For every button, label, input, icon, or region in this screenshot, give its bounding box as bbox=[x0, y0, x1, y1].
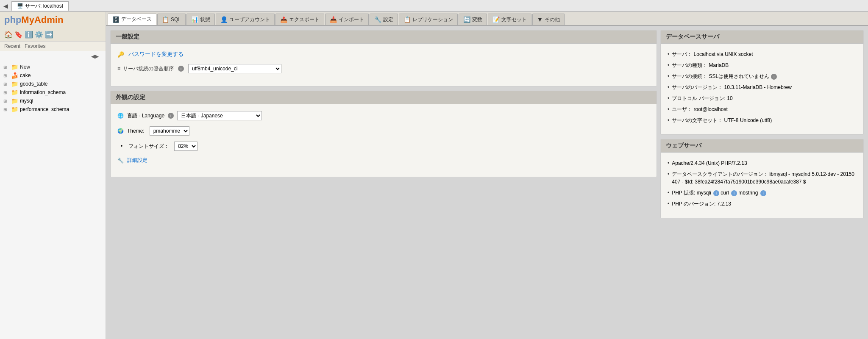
db-server-label-6: サーバの文字セット： UTF-8 Unicode (utf8) bbox=[672, 117, 772, 124]
bullet-0: • bbox=[668, 50, 669, 58]
databases-tab-label: データベース bbox=[121, 16, 152, 23]
home-icon[interactable]: 🏠 bbox=[4, 31, 13, 39]
logo: phpMyAdmin bbox=[4, 14, 63, 25]
left-panels: 一般設定 🔑 パスワードを変更する ≡ サーバ接続の照合順序 bbox=[110, 30, 657, 335]
collation-select[interactable]: utf8mb4_unicode_ci bbox=[188, 64, 281, 73]
detail-settings-link[interactable]: 詳細設定 bbox=[127, 157, 147, 164]
web-server-item-0: • Apache/2.4.34 (Unix) PHP/7.2.13 bbox=[668, 159, 857, 167]
exit-icon[interactable]: ➡️ bbox=[45, 31, 53, 39]
general-settings-header: 一般設定 bbox=[111, 31, 657, 44]
web-server-value-0: Apache/2.4.34 (Unix) PHP/7.2.13 bbox=[672, 159, 747, 167]
tab-user-accounts[interactable]: 👤 ユーザアカウント bbox=[216, 14, 275, 25]
user-accounts-tab-label: ユーザアカウント bbox=[229, 16, 270, 23]
db-icon-goods: 📁 bbox=[11, 81, 18, 87]
sidebar-item-goods-table[interactable]: ⊞ 📁 goods_table bbox=[0, 80, 106, 88]
variables-tab-icon: 🔄 bbox=[463, 16, 470, 23]
db-server-label-1: サーバの種類： MariaDB bbox=[672, 61, 729, 69]
sidebar-item-cake[interactable]: ⊞ 🍰 cake bbox=[0, 71, 106, 80]
fontsize-label: フォントサイズ： bbox=[128, 143, 169, 150]
sidebar-header: phpMyAdmin bbox=[0, 12, 106, 28]
sidebar-item-mysql[interactable]: ⊞ 📁 mysql bbox=[0, 97, 106, 105]
collation-icon: ≡ bbox=[117, 66, 120, 72]
sidebar-item-label-cake: cake bbox=[20, 72, 31, 78]
sidebar-icons: 🏠 🔖 ℹ️ ⚙️ ➡️ bbox=[0, 28, 106, 42]
mbstring-info-icon[interactable]: i bbox=[760, 190, 766, 196]
mysqli-info-icon[interactable]: i bbox=[713, 190, 719, 196]
theme-label: Theme: bbox=[127, 128, 145, 134]
tab-databases[interactable]: 🗄️ データベース bbox=[108, 14, 156, 25]
curl-info-icon[interactable]: i bbox=[731, 190, 737, 196]
tab-variables[interactable]: 🔄 変数 bbox=[459, 14, 487, 25]
expand-icon-perf-schema: ⊞ bbox=[3, 107, 9, 112]
db-server-item-2: • サーバの接続： SSLは使用されていませんi bbox=[668, 72, 857, 80]
db-icon-new: 📁 bbox=[11, 64, 18, 70]
web-server-item-1: • データベースクライアントのバージョン：libmysql - mysqlnd … bbox=[668, 170, 857, 186]
language-icon: 🌐 bbox=[117, 113, 124, 119]
language-select[interactable]: 日本語 - Japanese bbox=[177, 111, 262, 120]
db-server-title: データベースサーバ bbox=[666, 33, 719, 40]
tab-export[interactable]: 📤 エクスポート bbox=[275, 14, 324, 25]
appearance-settings-title: 外観の設定 bbox=[116, 94, 145, 100]
content-body: 一般設定 🔑 パスワードを変更する ≡ サーバ接続の照合順序 bbox=[106, 26, 868, 339]
theme-row: 🌍 Theme: pmahomme bbox=[117, 126, 650, 136]
bullet-3: • bbox=[668, 83, 669, 91]
db-server-body: • サーバ： Localhost via UNIX socket • サーバの種… bbox=[661, 44, 863, 134]
web-bullet-2: • bbox=[668, 189, 669, 197]
collation-info-icon[interactable]: i bbox=[178, 66, 184, 72]
tab-import[interactable]: 📥 インポート bbox=[325, 14, 369, 25]
recent-link[interactable]: Recent bbox=[4, 43, 20, 49]
sidebar-item-label-mysql: mysql bbox=[20, 98, 33, 104]
theme-select[interactable]: pmahomme bbox=[150, 126, 189, 136]
tab-charset[interactable]: 📝 文字セット bbox=[488, 14, 531, 25]
more-tab-icon: ▼ bbox=[537, 16, 543, 23]
ssl-info-icon[interactable]: i bbox=[771, 74, 777, 80]
sidebar-item-new[interactable]: ⊞ 📁 New bbox=[0, 63, 106, 71]
server-tab[interactable]: 🖥️ サーバ: localhost bbox=[11, 1, 69, 11]
theme-icon: 🌍 bbox=[117, 128, 124, 134]
sql-tab-icon: 📋 bbox=[162, 16, 169, 23]
tab-replication[interactable]: 📋 レプリケーション bbox=[399, 14, 458, 25]
db-server-item-3: • サーバのバージョン： 10.3.11-MariaDB - Homebrew bbox=[668, 83, 857, 91]
general-settings-body: 🔑 パスワードを変更する ≡ サーバ接続の照合順序 i utf8mb4_uni bbox=[111, 44, 657, 86]
web-server-value-1: データベースクライアントのバージョン：libmysql - mysqlnd 5.… bbox=[672, 170, 857, 186]
db-server-label-4: プロトコル バージョン: 10 bbox=[672, 94, 732, 102]
web-server-value-3: PHP のバージョン: 7.2.13 bbox=[672, 200, 731, 208]
collapse-button[interactable]: ◀▶ bbox=[88, 52, 102, 61]
general-settings-panel: 一般設定 🔑 パスワードを変更する ≡ サーバ接続の照合順序 bbox=[110, 30, 657, 86]
sql-tab-label: SQL bbox=[171, 17, 181, 22]
bookmarks-icon[interactable]: 🔖 bbox=[14, 31, 23, 39]
tab-settings[interactable]: 🔧 設定 bbox=[370, 14, 398, 25]
sidebar-item-information-schema[interactable]: ⊞ 📁 information_schema bbox=[0, 88, 106, 97]
tab-status[interactable]: 📊 状態 bbox=[186, 14, 215, 25]
db-icon-mysql: 📁 bbox=[11, 97, 18, 104]
sidebar-item-label-goods: goods_table bbox=[20, 81, 47, 87]
db-server-item-4: • プロトコル バージョン: 10 bbox=[668, 94, 857, 102]
user-accounts-tab-icon: 👤 bbox=[220, 16, 228, 23]
sidebar-item-performance-schema[interactable]: ⊞ 📁 performance_schema bbox=[0, 105, 106, 114]
info-icon[interactable]: ℹ️ bbox=[25, 31, 33, 39]
web-bullet-0: • bbox=[668, 159, 669, 167]
collation-row: ≡ サーバ接続の照合順序 i utf8mb4_unicode_ci bbox=[117, 64, 650, 73]
web-server-header: ウェブサーバ bbox=[661, 139, 863, 153]
db-server-label-5: ユーザ： root@localhost bbox=[672, 106, 728, 113]
settings-icon[interactable]: ⚙️ bbox=[35, 31, 43, 39]
favorites-link[interactable]: Favorites bbox=[25, 43, 45, 49]
fontsize-row: • フォントサイズ： 82% bbox=[117, 142, 650, 151]
tab-more[interactable]: ▼ その他 bbox=[532, 14, 565, 25]
appearance-settings-panel: 外観の設定 🌐 言語 - Language i 日本語 - Japanese bbox=[110, 91, 657, 177]
import-tab-label: インポート bbox=[339, 16, 364, 23]
server-tab-icon: 🖥️ bbox=[17, 3, 23, 9]
back-button[interactable]: ◀ bbox=[3, 3, 8, 9]
charset-tab-icon: 📝 bbox=[492, 16, 500, 23]
more-tab-label: その他 bbox=[545, 16, 560, 23]
fontsize-select[interactable]: 82% bbox=[174, 142, 198, 151]
web-bullet-1: • bbox=[668, 170, 669, 178]
logo-php: php bbox=[4, 14, 21, 25]
tab-sql[interactable]: 📋 SQL bbox=[157, 14, 186, 25]
variables-tab-label: 変数 bbox=[472, 16, 482, 23]
password-change-link[interactable]: パスワードを変更する bbox=[128, 50, 184, 58]
replication-tab-icon: 📋 bbox=[403, 16, 411, 23]
general-settings-title: 一般設定 bbox=[116, 33, 139, 40]
bullet-fontsize: • bbox=[121, 143, 122, 149]
language-info-icon[interactable]: i bbox=[168, 113, 174, 119]
